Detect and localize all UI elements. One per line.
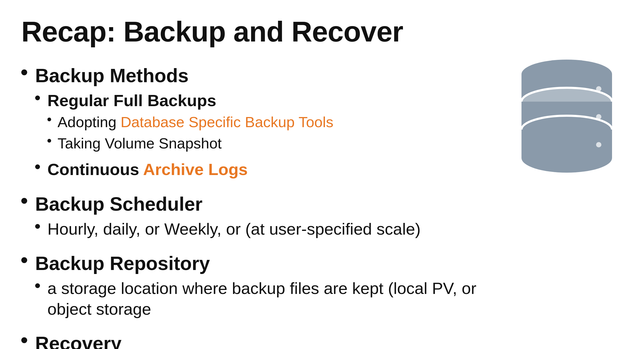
sub-list-backup-scheduler: Hourly, daily, or Weekly, or (at user-sp…	[35, 219, 421, 239]
sub-list-backup-methods: Regular Full Backups Adopting Database S…	[35, 90, 333, 180]
list-item-backup-repository: Backup Repository a storage location whe…	[21, 251, 495, 323]
bullet-dot-1	[21, 69, 27, 75]
storage-location-text: a storage location where backup files ar…	[47, 278, 495, 319]
svg-point-10	[596, 86, 601, 92]
svg-point-11	[596, 114, 601, 119]
bullet-dot-2	[21, 198, 27, 204]
backup-repository-label: Backup Repository	[35, 253, 210, 274]
bullet-dot-1-2	[35, 164, 40, 169]
sub-item-regular-full: Regular Full Backups Adopting Database S…	[35, 90, 333, 156]
regular-full-label: Regular Full Backups	[47, 91, 216, 110]
backup-scheduler-label: Backup Scheduler	[35, 193, 202, 215]
bullet-dot-3	[21, 257, 27, 263]
database-icon	[511, 58, 623, 175]
sub-list-backup-repository: a storage location where backup files ar…	[35, 278, 495, 319]
list-item-recovery: Recovery how to restore data (restore da…	[21, 331, 495, 349]
bullet-dot-1-1	[35, 95, 40, 100]
backup-methods-label: Backup Methods	[35, 65, 189, 86]
list-item-backup-methods: Backup Methods Regular Full Backups Adop…	[21, 64, 495, 184]
bullet-dot-2-1	[35, 224, 40, 229]
snapshot-text: Taking Volume Snapshot	[58, 134, 222, 153]
sub-sub-item-adopting: Adopting Database Specific Backup Tools	[47, 113, 333, 131]
list-item-backup-scheduler: Backup Scheduler Hourly, daily, or Weekl…	[21, 192, 495, 243]
hourly-text: Hourly, daily, or Weekly, or (at user-sp…	[47, 219, 421, 239]
bullet-dot-1-1-2	[47, 139, 51, 143]
continuous-label: Continuous Archive Logs	[47, 159, 248, 180]
recovery-label: Recovery	[35, 333, 121, 349]
database-svg	[516, 58, 617, 175]
svg-point-12	[596, 142, 601, 147]
bullet-dot-3-1	[35, 283, 40, 288]
sub-item-storage-location: a storage location where backup files ar…	[35, 278, 495, 319]
svg-point-9	[521, 143, 612, 173]
main-list: Backup Methods Regular Full Backups Adop…	[21, 64, 495, 349]
sub-sub-item-snapshot: Taking Volume Snapshot	[47, 134, 333, 153]
page-title: Recap: Backup and Recover	[21, 16, 623, 48]
bullet-dot-4	[21, 337, 27, 343]
db-specific-tools-highlight: Database Specific Backup Tools	[121, 114, 333, 130]
sub-sub-list-regular-full: Adopting Database Specific Backup Tools …	[47, 113, 333, 153]
adopting-text: Adopting Database Specific Backup Tools	[58, 113, 333, 131]
sub-item-hourly: Hourly, daily, or Weekly, or (at user-sp…	[35, 219, 421, 239]
archive-logs-highlight: Archive Logs	[143, 160, 248, 178]
sub-item-continuous: Continuous Archive Logs	[35, 159, 333, 180]
bullet-dot-1-1-1	[47, 118, 51, 121]
